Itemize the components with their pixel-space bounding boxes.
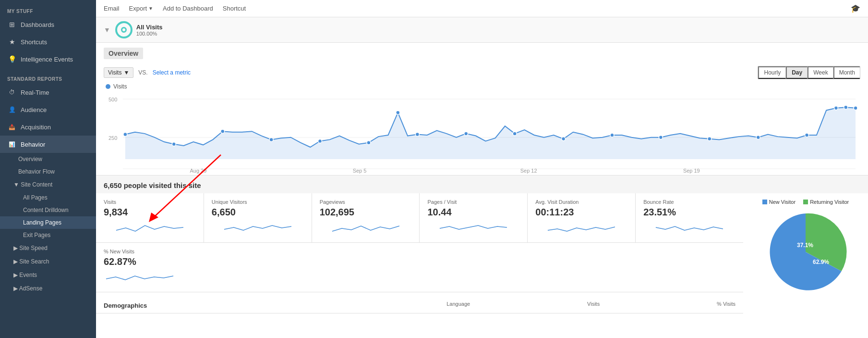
stat-visits: Visits 9,834 [96,193,204,242]
new-visitor-dot [762,200,767,204]
svg-point-13 [269,138,273,141]
visits-sparkline [104,221,196,235]
metric-selector[interactable]: Visits ▼ [104,67,133,78]
segment-bar: ▼ All Visits 100.00% [96,17,868,43]
stat-avg-duration: Avg. Visit Duration 00:11:23 [528,193,636,242]
sidebar-item-audience[interactable]: 👤 Audience [0,101,96,118]
svg-point-16 [396,111,400,114]
svg-text:Sep 19: Sep 19 [683,168,700,174]
stat-unique-value: 6,650 [212,207,304,218]
svg-point-14 [318,139,322,143]
sidebar-item-behavior[interactable]: 📊 Behavior [0,136,96,153]
select-metric-link[interactable]: Select a metric [153,69,191,76]
svg-point-23 [708,137,711,141]
stat-pageviews-label: Pageviews [320,199,412,205]
bounce-sparkline [643,221,735,235]
pie-legend: New Visitor Returning Visitor [762,199,849,205]
svg-point-10 [123,132,127,136]
sidebar-group-adsense[interactable]: ▶ AdSense [0,282,96,295]
stat-pageviews: Pageviews 102,695 [312,193,420,242]
sidebar-sub-exit-pages[interactable]: Exit Pages [0,229,96,241]
new-visitor-label: New Visitor [769,199,796,205]
site-content-label: ▼ Site Content [13,181,52,188]
stat-bounce-rate: Bounce Rate 23.51% [636,193,743,242]
main-content: Email Export ▼ Add to Dashboard Shortcut… [96,0,868,338]
help-icon[interactable]: 🎓 [851,4,860,13]
standard-reports-title: STANDARD REPORTS [0,72,96,84]
sidebar-item-dashboards[interactable]: ⊞ Dashboards [0,16,96,33]
time-btn-hourly[interactable]: Hourly [758,66,786,79]
segment-circle [115,21,133,38]
stat-bounce-value: 23.51% [643,207,735,218]
stat-ppv-value: 10.44 [427,207,519,218]
ppv-sparkline [427,221,519,235]
svg-point-15 [367,141,371,145]
sidebar-sub-all-pages[interactable]: All Pages [0,191,96,204]
audience-icon: 👤 [7,105,17,114]
pageviews-sparkline [320,221,412,235]
stat-bounce-label: Bounce Rate [643,199,735,205]
sidebar-item-intelligence[interactable]: 💡 Intelligence Events [0,50,96,68]
time-btn-week[interactable]: Week [808,66,833,79]
acquisition-icon: 📥 [7,122,17,132]
new-visits-label: % New Visits [104,249,735,254]
sidebar-label-shortcuts: Shortcuts [21,38,47,46]
my-stuff-title: MY STUFF [0,4,96,16]
segment-chevron-icon[interactable]: ▼ [104,26,110,34]
chart-area: Visits 500 250 Aug 29 Sep 5 Sep 12 Sep 1… [96,83,868,175]
stat-ppv-label: Pages / Visit [427,199,519,205]
sidebar-sub-landing-pages[interactable]: Landing Pages [0,216,96,229]
export-button[interactable]: Export ▼ [129,5,153,12]
svg-point-19 [513,132,517,136]
sidebar: MY STUFF ⊞ Dashboards ★ Shortcuts 💡 Inte… [0,0,96,338]
stat-dur-value: 00:11:23 [535,207,627,218]
dashboards-icon: ⊞ [7,20,17,29]
stat-visits-label: Visits [104,199,196,205]
svg-point-28 [854,106,857,110]
time-btn-month[interactable]: Month [833,66,860,79]
add-dashboard-button[interactable]: Add to Dashboard [163,5,213,12]
svg-text:Aug 29: Aug 29 [190,168,207,174]
sidebar-label-audience: Audience [21,106,47,113]
svg-text:Sep 12: Sep 12 [520,168,537,174]
toolbar: Email Export ▼ Add to Dashboard Shortcut… [96,0,868,17]
segment-inner-icon [121,27,127,33]
unique-sparkline [212,221,304,235]
svg-rect-0 [104,92,860,174]
new-visits-value: 62.87% [104,256,735,267]
segment-item: All Visits 100.00% [115,21,163,38]
export-label: Export [129,5,147,12]
sidebar-group-site-speed[interactable]: ▶ Site Speed [0,241,96,255]
segment-text: All Visits 100.00% [136,24,163,37]
shortcuts-icon: ★ [7,37,17,47]
site-speed-label: ▶ Site Speed [13,245,48,251]
sidebar-sub-overview[interactable]: Overview [0,153,96,165]
svg-point-11 [172,142,176,146]
stat-unique-visitors: Unique Visitors 6,650 [204,193,312,242]
visits-legend-dot [106,84,110,89]
sidebar-group-events[interactable]: ▶ Events [0,268,96,282]
time-btn-day[interactable]: Day [786,66,808,79]
language-label: Language [446,301,470,307]
shortcut-button[interactable]: Shortcut [223,5,246,12]
sidebar-item-acquisition[interactable]: 📥 Acquisition [0,118,96,136]
sidebar-group-site-search[interactable]: ▶ Site Search [0,255,96,268]
sidebar-sub-overview-label: Overview [18,156,42,163]
sidebar-sub-content-drilldown[interactable]: Content Drilldown [0,204,96,216]
events-label: ▶ Events [13,272,37,278]
sidebar-sub-behavior-flow[interactable]: Behavior Flow [0,165,96,178]
export-arrow-icon: ▼ [148,6,153,11]
stat-unique-label: Unique Visitors [212,199,304,205]
sidebar-label-realtime: Real-Time [21,89,49,96]
sidebar-label-acquisition: Acquisition [21,124,51,131]
sidebar-label-intelligence: Intelligence Events [21,56,73,63]
returning-visitor-label: Returning Visitor [810,199,849,205]
returning-pct-label: 62.9% [813,259,829,265]
sidebar-item-shortcuts[interactable]: ★ Shortcuts [0,33,96,50]
sidebar-group-site-content[interactable]: ▼ Site Content [0,178,96,191]
stats-grid: Visits 9,834 Unique Visitors 6,650 Pagev… [96,193,743,243]
segment-percent: 100.00% [136,31,163,37]
email-button[interactable]: Email [104,5,120,12]
sidebar-item-realtime[interactable]: ⏱ Real-Time [0,84,96,101]
stats-headline: 6,650 people visited this site [104,181,201,189]
